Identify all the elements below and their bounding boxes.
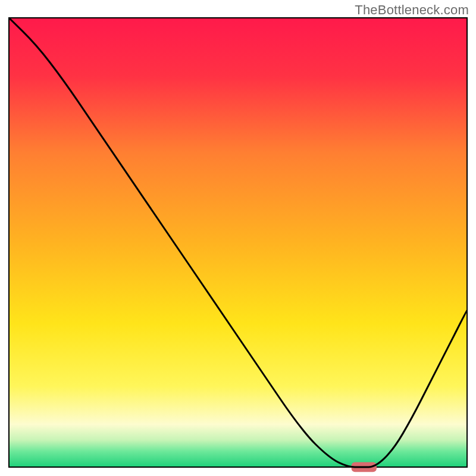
plot-background: [9, 18, 467, 467]
bottleneck-chart: [0, 0, 476, 476]
chart-container: TheBottleneck.com: [0, 0, 476, 476]
